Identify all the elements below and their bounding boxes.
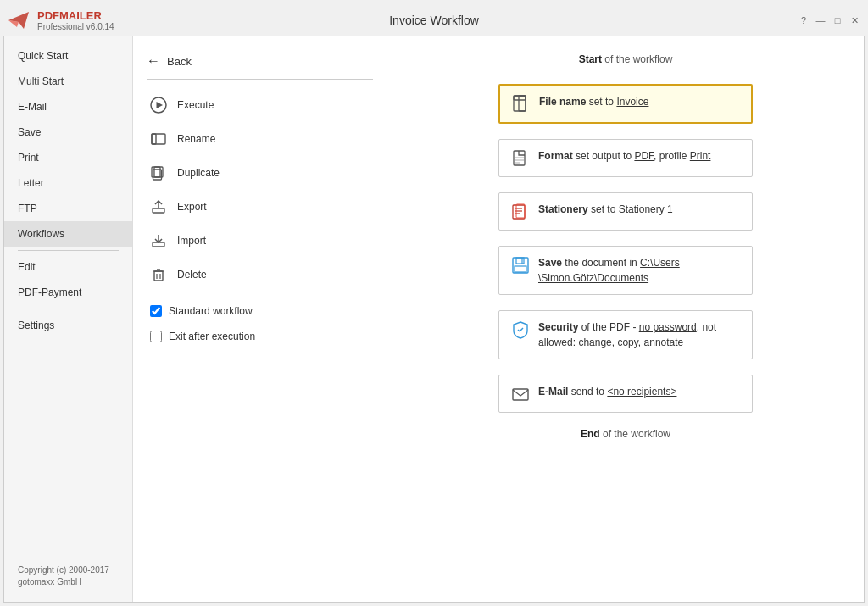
stationery-label-bold: Stationery (538, 203, 588, 215)
workflow-node-email[interactable]: E-Mail send to <no recipients> (498, 375, 753, 413)
window-title: Invoice Workflow (389, 14, 479, 27)
format-label-pdf: PDF (634, 150, 654, 162)
sidebar-item-multistart[interactable]: Multi Start (4, 69, 132, 94)
stationery-node-text: Stationery set to Stationery 1 (538, 202, 673, 217)
svg-rect-20 (519, 96, 526, 111)
connector-end (626, 413, 626, 428)
workflow-node-format[interactable]: Format set output to PDF, profile Print (498, 139, 753, 177)
svg-rect-36 (513, 389, 528, 400)
workflow-end-suffix: of the workflow (600, 428, 670, 440)
sidebar-item-edit[interactable]: Edit (4, 254, 132, 280)
sidebar-item-print[interactable]: Print (4, 145, 132, 170)
import-icon (150, 232, 167, 249)
exit-after-checkbox[interactable] (150, 331, 162, 342)
save-icon (511, 256, 530, 275)
svg-marker-3 (157, 102, 164, 108)
sidebar-item-save[interactable]: Save (4, 120, 132, 145)
workflow-node-stationery[interactable]: Stationery set to Stationery 1 (498, 192, 753, 231)
workflow-start-suffix: of the workflow (602, 53, 672, 65)
rename-action[interactable]: Rename (147, 124, 373, 154)
export-icon (150, 198, 167, 215)
svg-rect-5 (152, 134, 156, 144)
svg-marker-0 (8, 12, 29, 29)
delete-label: Delete (177, 269, 207, 281)
rename-icon (150, 131, 167, 147)
format-node-text: Format set output to PDF, profile Print (538, 148, 710, 164)
sidebar-item-letter[interactable]: Letter (4, 170, 132, 196)
security-label-bold: Security (538, 321, 578, 333)
connector-3 (626, 231, 626, 246)
workflow-area: Start of the workflow File name set to I… (387, 36, 864, 602)
connector-1 (626, 124, 626, 139)
import-label: Import (177, 235, 206, 247)
sidebar-item-workflows[interactable]: Workflows (4, 221, 132, 247)
filename-label-underline: Invoice (616, 96, 648, 108)
duplicate-label: Duplicate (177, 167, 220, 179)
app-branding: PDFMAILER Professional v6.0.14 (7, 8, 114, 32)
titlebar: PDFMAILER Professional v6.0.14 Invoice W… (0, 0, 868, 36)
connector-0 (626, 69, 626, 84)
sidebar-divider (18, 250, 119, 251)
workflow-end-strong: End (581, 428, 600, 440)
standard-workflow-label: Standard workflow (169, 305, 253, 317)
exit-after-item[interactable]: Exit after execution (147, 325, 373, 347)
back-label: Back (167, 55, 192, 68)
actions-panel: ← Back Execute Rename (133, 36, 387, 602)
duplicate-action[interactable]: Duplicate (147, 158, 373, 188)
export-action[interactable]: Export (147, 192, 373, 222)
security-label-restrictions: change, copy, annotate (578, 336, 683, 348)
app-logo-icon (7, 8, 31, 32)
stationery-label-normal: set to (588, 203, 619, 215)
sidebar-item-ftp[interactable]: FTP (4, 196, 132, 221)
maximize-button[interactable]: □ (831, 14, 844, 27)
filename-node-text: File name set to Invoice (539, 94, 648, 109)
format-label-bold: Format (538, 150, 573, 162)
standard-workflow-checkbox[interactable] (150, 305, 162, 317)
sidebar-footer: Copyright (c) 2000-2017 gotomaxx GmbH (4, 558, 132, 595)
rename-label: Rename (177, 133, 215, 145)
workflow-node-save[interactable]: Save the document in C:\Users \Simon.Göt… (498, 246, 753, 295)
import-action[interactable]: Import (147, 225, 373, 256)
security-label-nopass: no password (639, 321, 697, 333)
workflow-node-filename[interactable]: File name set to Invoice (498, 84, 753, 124)
stationery-label-underline: Stationery 1 (619, 203, 673, 215)
minimize-button[interactable]: — (814, 14, 827, 27)
svg-rect-30 (513, 258, 528, 273)
security-label-normal: of the PDF - (578, 321, 638, 333)
svg-rect-4 (152, 134, 165, 144)
help-button[interactable]: ? (797, 14, 810, 27)
execute-icon (150, 97, 167, 114)
filename-label-bold: File name (539, 96, 586, 108)
format-label-print: Print (690, 150, 711, 162)
exit-after-label: Exit after execution (169, 331, 255, 342)
sidebar-item-email[interactable]: E-Mail (4, 94, 132, 120)
sidebar-item-settings[interactable]: Settings (4, 313, 132, 338)
connector-5 (626, 359, 626, 375)
security-node-text: Security of the PDF - no password, not a… (538, 320, 740, 350)
sidebar-item-pdfpayment[interactable]: PDF-Payment (4, 280, 132, 305)
standard-workflow-item[interactable]: Standard workflow (147, 300, 373, 322)
workflow-node-security[interactable]: Security of the PDF - no password, not a… (498, 310, 753, 359)
back-button[interactable]: ← Back (147, 50, 373, 80)
save-node-text: Save the document in C:\Users \Simon.Göt… (538, 255, 740, 286)
email-icon (511, 385, 530, 403)
email-label-recipients: <no recipients> (607, 386, 676, 398)
sidebar-item-quickstart[interactable]: Quick Start (4, 43, 132, 69)
delete-icon (150, 266, 167, 283)
svg-rect-31 (516, 258, 524, 264)
svg-line-35 (520, 328, 523, 331)
app-title-block: PDFMAILER Professional v6.0.14 (37, 9, 114, 32)
svg-rect-25 (513, 205, 525, 219)
delete-action[interactable]: Delete (147, 259, 373, 290)
save-label-normal: the document in (562, 257, 640, 269)
window-controls: ? — □ ✕ (797, 14, 861, 27)
sidebar: Quick Start Multi Start E-Mail Save Prin… (4, 36, 133, 602)
svg-rect-18 (514, 96, 526, 111)
execute-action[interactable]: Execute (147, 90, 373, 120)
save-label-bold: Save (538, 257, 562, 269)
main-content: Quick Start Multi Start E-Mail Save Prin… (3, 36, 865, 603)
svg-rect-19 (514, 96, 526, 100)
email-label-bold: E-Mail (538, 386, 568, 398)
close-button[interactable]: ✕ (848, 14, 861, 27)
export-label: Export (177, 201, 207, 213)
